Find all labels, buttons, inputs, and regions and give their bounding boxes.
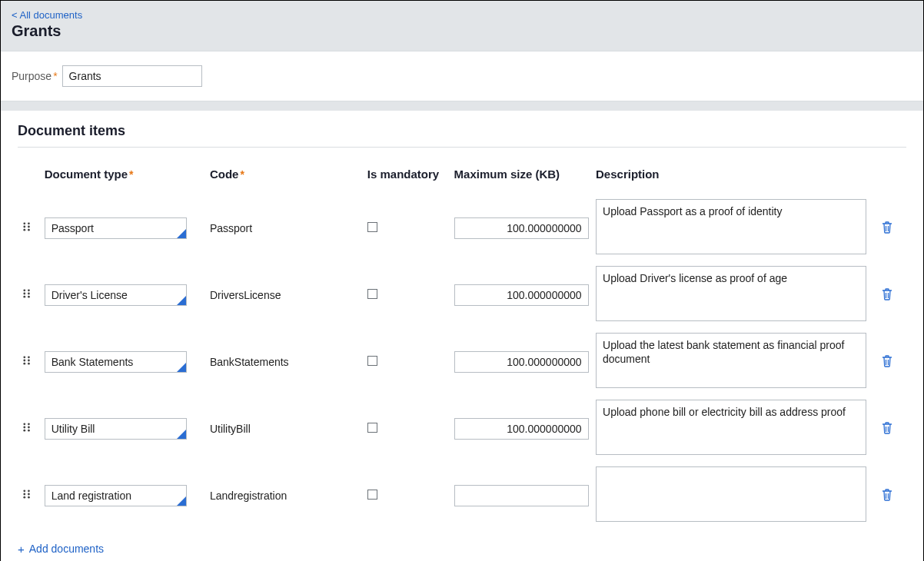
document-items-table: Document type* Code* Is mandatory Maximu… (18, 164, 906, 529)
max-size-input[interactable] (454, 284, 589, 306)
required-star-icon: * (129, 168, 133, 181)
svg-point-0 (23, 222, 25, 224)
svg-point-19 (28, 423, 30, 425)
code-text: DriversLicense (210, 289, 281, 301)
svg-point-6 (23, 289, 25, 291)
svg-point-23 (28, 430, 30, 432)
purpose-label: Purpose* (12, 70, 58, 82)
drag-handle-icon[interactable] (22, 489, 35, 501)
app-frame: < All documents Grants Purpose* Document… (0, 0, 924, 561)
description-textarea[interactable] (596, 466, 866, 522)
document-type-input[interactable] (45, 485, 187, 506)
drag-handle-icon[interactable] (22, 355, 35, 367)
document-type-combo[interactable] (45, 284, 187, 306)
svg-point-8 (23, 293, 25, 295)
document-items-panel: Document items Document type* Code* Is m… (1, 111, 923, 561)
add-documents-label: Add documents (29, 543, 104, 555)
is-mandatory-checkbox[interactable] (367, 490, 377, 500)
delete-row-button[interactable] (879, 287, 895, 302)
required-star-icon: * (240, 168, 244, 181)
col-header-description: Description (591, 164, 875, 194)
document-items-title: Document items (18, 123, 906, 147)
svg-point-7 (28, 289, 30, 291)
svg-point-20 (23, 427, 25, 429)
table-row: BankStatements (18, 328, 906, 395)
delete-row-button[interactable] (879, 220, 895, 235)
table-row: UtilityBill (18, 395, 906, 462)
svg-point-15 (28, 360, 30, 362)
svg-point-5 (28, 229, 30, 231)
code-text: UtilityBill (210, 423, 251, 435)
is-mandatory-checkbox[interactable] (367, 423, 377, 433)
divider (18, 147, 906, 148)
description-textarea[interactable] (596, 333, 866, 388)
code-text: BankStatements (210, 356, 289, 368)
drag-handle-icon[interactable] (22, 422, 35, 434)
svg-point-27 (28, 493, 30, 496)
col-header-code: Code* (205, 164, 363, 194)
document-type-input[interactable] (45, 217, 187, 239)
description-textarea[interactable] (596, 199, 866, 254)
max-size-input[interactable] (454, 351, 589, 373)
is-mandatory-checkbox[interactable] (367, 222, 377, 232)
max-size-input[interactable] (454, 485, 589, 506)
table-row: Passport (18, 194, 906, 261)
svg-point-12 (23, 356, 25, 358)
drag-handle-icon[interactable] (22, 288, 35, 300)
document-type-combo[interactable] (45, 418, 187, 440)
svg-point-10 (23, 296, 25, 298)
svg-point-9 (28, 293, 30, 295)
purpose-input[interactable] (62, 65, 202, 87)
document-type-combo[interactable] (45, 351, 187, 373)
code-text: Passport (210, 222, 252, 234)
svg-point-21 (28, 427, 30, 429)
max-size-input[interactable] (454, 217, 589, 239)
table-row: Landregistration (18, 462, 906, 529)
svg-point-17 (28, 363, 30, 365)
table-row: DriversLicense (18, 261, 906, 328)
description-textarea[interactable] (596, 266, 866, 321)
add-documents-button[interactable]: + Add documents (18, 543, 906, 555)
col-header-max-size: Maximum size (KB) (450, 164, 591, 194)
document-type-input[interactable] (45, 351, 187, 373)
svg-point-3 (28, 226, 30, 228)
document-type-combo[interactable] (45, 485, 187, 506)
svg-point-16 (23, 363, 25, 365)
svg-point-18 (23, 423, 25, 425)
purpose-section: Purpose* (1, 51, 923, 101)
svg-point-14 (23, 360, 25, 362)
plus-icon: + (18, 543, 25, 555)
svg-point-22 (23, 430, 25, 432)
back-link[interactable]: < All documents (12, 9, 82, 21)
max-size-input[interactable] (454, 418, 589, 440)
svg-point-13 (28, 356, 30, 358)
delete-row-button[interactable] (879, 420, 895, 436)
svg-point-25 (28, 490, 30, 492)
svg-point-29 (28, 496, 30, 499)
col-header-document-type: Document type* (40, 164, 205, 194)
svg-point-26 (23, 493, 25, 496)
document-type-input[interactable] (45, 418, 187, 440)
col-header-is-mandatory: Is mandatory (363, 164, 450, 194)
delete-row-button[interactable] (879, 354, 895, 369)
svg-point-11 (28, 296, 30, 298)
code-text: Landregistration (210, 490, 287, 502)
is-mandatory-checkbox[interactable] (367, 289, 377, 299)
page-title: Grants (12, 22, 912, 40)
document-type-input[interactable] (45, 284, 187, 306)
description-textarea[interactable] (596, 400, 866, 455)
divider-band (1, 101, 923, 111)
svg-point-4 (23, 229, 25, 231)
required-star-icon: * (53, 70, 57, 82)
svg-point-28 (23, 496, 25, 499)
drag-handle-icon[interactable] (22, 221, 35, 234)
is-mandatory-checkbox[interactable] (367, 356, 377, 366)
svg-point-24 (23, 490, 25, 492)
svg-point-2 (23, 226, 25, 228)
page-header: < All documents Grants (1, 1, 923, 51)
document-type-combo[interactable] (45, 217, 187, 239)
svg-point-1 (28, 222, 30, 224)
delete-row-button[interactable] (879, 487, 895, 503)
